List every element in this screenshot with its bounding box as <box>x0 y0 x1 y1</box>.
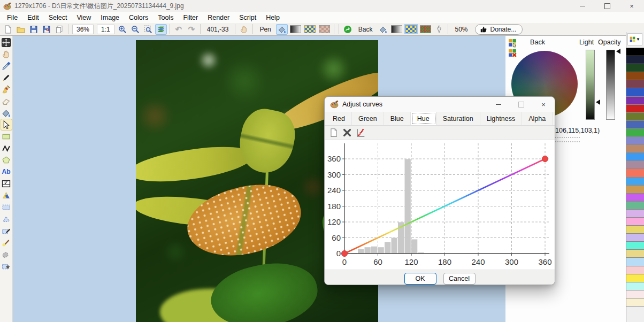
palette-swatch[interactable] <box>626 121 644 129</box>
tab-blue[interactable]: Blue <box>384 112 411 125</box>
palette-swatch[interactable] <box>626 105 644 113</box>
texture-fill-swatch[interactable] <box>319 25 330 33</box>
ok-button[interactable]: OK <box>404 273 436 285</box>
close-button[interactable]: × <box>619 0 644 12</box>
menu-item-file[interactable]: File <box>2 13 22 22</box>
palette-swatch[interactable] <box>626 97 644 105</box>
eraser-tool[interactable] <box>1 95 12 107</box>
opacity-slider-handle[interactable] <box>616 49 620 54</box>
menu-item-colors[interactable]: Colors <box>124 13 153 22</box>
save-button[interactable] <box>28 24 40 35</box>
palette-swatch[interactable] <box>626 48 644 56</box>
text-tool[interactable]: Ab <box>1 166 12 178</box>
palette-swatch[interactable] <box>626 72 644 80</box>
clip-button[interactable] <box>433 24 445 35</box>
pointer-tool[interactable] <box>1 119 12 131</box>
palette-swatch[interactable] <box>626 153 644 161</box>
cancel-button[interactable]: Cancel <box>443 273 476 285</box>
palette-swatch[interactable] <box>626 137 644 145</box>
palette-swatch[interactable] <box>626 282 644 290</box>
palette-swatch[interactable] <box>626 266 644 274</box>
clean-tool[interactable] <box>1 83 12 95</box>
tab-red[interactable]: Red <box>326 112 352 125</box>
new-file-button[interactable] <box>2 24 14 35</box>
select-rectangle-tool[interactable] <box>1 201 12 213</box>
palette-swatch[interactable] <box>626 80 644 88</box>
maximize-button[interactable] <box>595 0 619 12</box>
palette-swatch[interactable] <box>626 88 644 96</box>
palette-swatch[interactable] <box>626 218 644 226</box>
palette-swatch[interactable] <box>626 298 644 306</box>
dialog-minimize-button[interactable] <box>487 97 510 112</box>
palette-swatch[interactable] <box>626 161 644 169</box>
palette-swatch[interactable] <box>626 56 644 64</box>
zoom-in-button[interactable] <box>117 24 128 35</box>
add-color-icon[interactable] <box>508 39 517 48</box>
palette-swatch[interactable] <box>626 186 644 194</box>
palette-swatch[interactable] <box>626 210 644 218</box>
undo-button[interactable]: ↶ <box>173 24 185 35</box>
palette-swatch[interactable] <box>626 202 644 210</box>
gradient-fill-swatch[interactable] <box>290 25 301 33</box>
rectangle-tool[interactable] <box>1 131 12 142</box>
polyline-tool[interactable] <box>1 142 12 154</box>
palette-swatch[interactable] <box>626 169 644 177</box>
palette-swatch[interactable] <box>626 194 644 202</box>
lightness-bar[interactable] <box>586 50 595 120</box>
select-shape-tool[interactable] <box>1 260 12 272</box>
back-fill-button[interactable] <box>377 24 389 35</box>
menu-item-render[interactable]: Render <box>203 13 234 22</box>
palette-swatch[interactable] <box>626 145 644 153</box>
tab-saturation[interactable]: Saturation <box>436 112 480 125</box>
pattern-fill-swatch[interactable] <box>304 25 316 33</box>
pan-tool[interactable] <box>1 48 12 60</box>
zoom-ratio-button[interactable]: 1:1 <box>97 25 114 34</box>
fill-tool[interactable] <box>1 107 12 119</box>
zoom-level-input[interactable]: 36% <box>72 25 94 34</box>
palette-swatch[interactable] <box>626 64 644 72</box>
pan-button[interactable] <box>238 24 250 35</box>
tab-alpha[interactable]: Alpha <box>522 112 553 125</box>
step-curve-button[interactable] <box>356 128 365 137</box>
lightness-slider-handle[interactable] <box>596 99 600 105</box>
menu-item-script[interactable]: Script <box>234 13 261 22</box>
zoom-selection-button[interactable] <box>142 24 154 35</box>
palette-swatch[interactable] <box>626 250 644 258</box>
palette-swatch[interactable] <box>626 113 644 121</box>
move-tool[interactable] <box>1 36 12 48</box>
palette-menu-button[interactable]: ▼ <box>627 33 642 45</box>
palette-swatch[interactable] <box>626 290 644 298</box>
pen-tool[interactable] <box>1 72 12 83</box>
tab-lightness[interactable]: Lightness <box>480 112 523 125</box>
palette-swatch[interactable] <box>626 226 644 234</box>
back-mosaic-swatch[interactable] <box>420 25 431 33</box>
back-pattern-swatch[interactable] <box>405 25 417 33</box>
eyedropper-tool[interactable] <box>1 60 12 72</box>
menu-item-edit[interactable]: Edit <box>22 13 44 22</box>
copy-button[interactable] <box>53 24 65 35</box>
swap-colors-button[interactable] <box>342 24 354 35</box>
palette-swatch[interactable] <box>626 178 644 186</box>
menu-item-view[interactable]: View <box>72 13 96 22</box>
zoom-out-button[interactable] <box>129 24 141 35</box>
brush-tool[interactable] <box>1 236 12 248</box>
select-pen-tool[interactable] <box>1 225 12 236</box>
menu-item-filter[interactable]: Filter <box>178 13 203 22</box>
frame-tool[interactable] <box>1 178 12 189</box>
palette-swatch[interactable] <box>626 258 644 266</box>
palette-swatch[interactable] <box>626 242 644 250</box>
remove-color-icon[interactable] <box>508 49 517 58</box>
fill-style-button[interactable] <box>276 24 288 35</box>
palette-swatch[interactable] <box>626 234 644 242</box>
menu-item-image[interactable]: Image <box>96 13 124 22</box>
palette-swatch[interactable] <box>626 274 644 282</box>
clone-stamp-tool[interactable] <box>1 248 12 260</box>
delete-point-button[interactable] <box>342 128 352 137</box>
polygon-tool[interactable] <box>1 154 12 166</box>
menu-item-help[interactable]: Help <box>261 13 285 22</box>
redo-button[interactable]: ↷ <box>186 24 197 35</box>
layers-button[interactable] <box>155 24 167 35</box>
open-file-button[interactable] <box>15 24 27 35</box>
tab-hue[interactable]: Hue <box>411 112 436 125</box>
save-as-button[interactable] <box>41 24 52 35</box>
